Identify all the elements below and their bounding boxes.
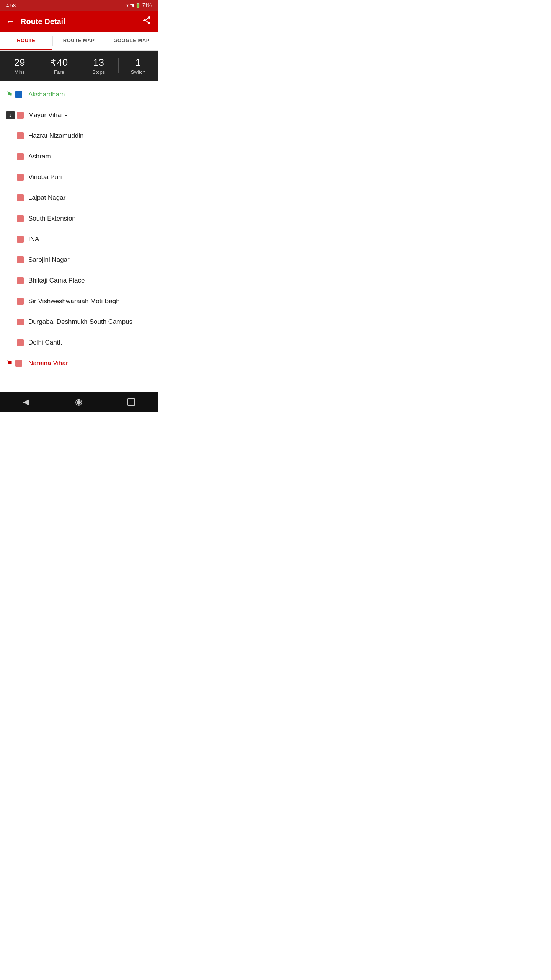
stop-icon-area [6, 215, 25, 222]
stat-stops: 13 Stops [79, 57, 118, 75]
stop-name: Bhikaji Cama Place [28, 277, 85, 284]
list-item[interactable]: Sarojini Nagar [0, 250, 158, 270]
stat-mins-label: Mins [0, 69, 39, 75]
stop-dot [17, 112, 24, 119]
stop-icon-area [6, 256, 25, 263]
stat-stops-value: 13 [79, 57, 118, 69]
tab-google-map[interactable]: GOOGLE MAP [105, 32, 158, 50]
stop-dot [17, 132, 24, 139]
stop-name: Akshardham [28, 91, 65, 98]
battery-icon: 🔋 [135, 3, 141, 8]
stop-name: Delhi Cantt. [28, 339, 62, 346]
list-item[interactable]: Bhikaji Cama Place [0, 270, 158, 291]
stop-dot [15, 360, 22, 367]
stop-icon-area [6, 174, 25, 181]
stop-dot [17, 174, 24, 181]
tab-route[interactable]: ROUTE [0, 32, 52, 50]
flag-green-icon: ⚑ [6, 90, 13, 99]
stat-switch: 1 Switch [119, 57, 158, 75]
nav-back-button[interactable]: ◀ [15, 392, 38, 412]
stop-icon-area [6, 236, 25, 243]
stop-dot [17, 339, 24, 346]
stop-name: Durgabai Deshmukh South Campus [28, 318, 132, 326]
status-icons: ▾ ◥ 🔋 71% [126, 3, 152, 8]
status-time: 4:58 [6, 3, 16, 8]
app-title: Route Detail [21, 17, 142, 26]
stop-icon-area: ⚑ [6, 359, 25, 368]
list-item[interactable]: Lajpat Nagar [0, 188, 158, 208]
list-item[interactable]: Vinoba Puri [0, 167, 158, 188]
share-button[interactable] [142, 16, 152, 27]
tab-route-map[interactable]: ROUTE MAP [53, 32, 105, 50]
stop-icon-area [6, 153, 25, 160]
battery-percent: 71% [142, 3, 152, 8]
stat-mins: 29 Mins [0, 57, 39, 75]
stop-name: Vinoba Puri [28, 173, 62, 181]
stop-name: INA [28, 235, 39, 243]
list-item[interactable]: South Extension [0, 208, 158, 229]
list-item[interactable]: Durgabai Deshmukh South Campus [0, 312, 158, 332]
list-item[interactable]: Hazrat Nizamuddin [0, 126, 158, 146]
list-item[interactable]: JMayur Vihar - I [0, 105, 158, 126]
stop-icon-area [6, 298, 25, 305]
flag-red-icon: ⚑ [6, 359, 13, 368]
nav-bar: ◀ ◉ [0, 392, 158, 412]
stop-dot [17, 194, 24, 201]
stop-name: Ashram [28, 153, 51, 160]
stat-stops-label: Stops [79, 69, 118, 75]
junction-badge: J [6, 111, 15, 119]
stop-name: Naraina Vihar [28, 359, 68, 367]
stop-name: Sir Vishweshwaraiah Moti Bagh [28, 297, 120, 305]
square-icon [127, 398, 135, 406]
tabs-container: ROUTE ROUTE MAP GOOGLE MAP [0, 32, 158, 51]
nav-recent-button[interactable] [120, 392, 143, 412]
stop-dot [17, 277, 24, 284]
list-item[interactable]: ⚑Naraina Vihar [0, 353, 158, 374]
stat-mins-value: 29 [0, 57, 39, 69]
stat-switch-label: Switch [119, 69, 158, 75]
stop-name: South Extension [28, 215, 76, 222]
app-bar: ← Route Detail [0, 11, 158, 32]
stop-name: Lajpat Nagar [28, 194, 65, 202]
signal-icon: ◥ [130, 3, 134, 8]
stat-fare: ₹40 Fare [39, 57, 78, 75]
stop-list: ⚑AkshardhamJMayur Vihar - IHazrat Nizamu… [0, 81, 158, 377]
stop-icon-area: ⚑ [6, 90, 25, 99]
stop-dot [17, 256, 24, 263]
back-button[interactable]: ← [6, 16, 15, 26]
route-stats: 29 Mins ₹40 Fare 13 Stops 1 Switch [0, 51, 158, 81]
list-item[interactable]: INA [0, 229, 158, 250]
nav-home-button[interactable]: ◉ [67, 392, 90, 412]
stop-name: Hazrat Nizamuddin [28, 132, 84, 140]
status-bar: 4:58 ▾ ◥ 🔋 71% [0, 0, 158, 11]
stop-icon-area [6, 194, 25, 201]
stop-icon-area [6, 132, 25, 139]
stop-icon-area [6, 318, 25, 325]
list-item[interactable]: Sir Vishweshwaraiah Moti Bagh [0, 291, 158, 312]
stop-icon-area [6, 339, 25, 346]
stop-dot [17, 236, 24, 243]
stat-switch-value: 1 [119, 57, 158, 69]
stop-icon-area: J [6, 111, 25, 119]
list-item[interactable]: ⚑Akshardham [0, 84, 158, 105]
stop-dot [17, 318, 24, 325]
stat-fare-value: ₹40 [39, 57, 78, 69]
stat-fare-label: Fare [39, 69, 78, 75]
stop-dot [17, 298, 24, 305]
list-item[interactable]: Ashram [0, 146, 158, 167]
stop-dot [15, 91, 22, 98]
stop-name: Mayur Vihar - I [28, 111, 71, 119]
stop-dot [17, 215, 24, 222]
stop-dot [17, 153, 24, 160]
stop-icon-area [6, 277, 25, 284]
wifi-icon: ▾ [126, 3, 129, 8]
stop-name: Sarojini Nagar [28, 256, 70, 264]
list-item[interactable]: Delhi Cantt. [0, 332, 158, 353]
